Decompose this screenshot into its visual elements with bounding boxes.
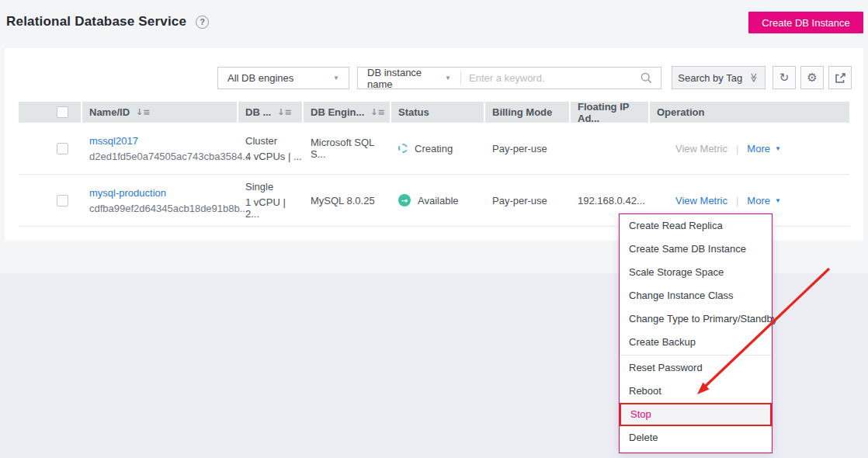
- db-class-cell: Single 1 vCPU | 2...: [238, 175, 304, 226]
- billing-mode-cell: Pay-per-use: [485, 123, 571, 174]
- column-header-operation: Operation: [650, 102, 849, 123]
- instance-id: cdfba99ef2d64345acb18de91b8b...: [89, 203, 248, 214]
- column-header-floating-ip: Floating IP Ad...: [571, 102, 650, 123]
- menu-item-stop[interactable]: Stop: [620, 403, 772, 426]
- available-status-icon: →: [398, 194, 411, 206]
- rds-console-page: Relational Database Service ? Create DB …: [0, 0, 868, 458]
- operation-separator: |: [736, 143, 738, 154]
- chevron-down-icon[interactable]: ▼: [775, 197, 781, 204]
- column-label: Billing Mode: [492, 106, 552, 118]
- menu-item-reset-password[interactable]: Reset Password: [620, 356, 772, 380]
- search-by-tag-button[interactable]: Search by Tag ≫: [672, 66, 766, 89]
- chevron-down-icon[interactable]: ▼: [775, 145, 781, 152]
- menu-item-reboot[interactable]: Reboot: [620, 380, 772, 403]
- db-engine-filter-value: All DB engines: [227, 72, 293, 84]
- column-label: Name/ID: [89, 106, 130, 118]
- instance-specs: 4 vCPUs | ...: [245, 151, 302, 162]
- status-cell: → Available: [391, 175, 485, 226]
- column-header-billing-mode: Billing Mode: [485, 102, 571, 123]
- floating-ip-text: 192.168.0.42...: [578, 195, 645, 206]
- db-class-cell: Cluster 4 vCPUs | ...: [238, 123, 304, 174]
- select-all-cell: [19, 102, 82, 123]
- name-id-cell: mysql-production cdfba99ef2d64345acb18de…: [82, 175, 238, 226]
- column-header-db-engine[interactable]: DB Engin... ↓≡: [304, 102, 391, 123]
- menu-item-create-read-replica[interactable]: Create Read Replica: [620, 214, 772, 238]
- sort-icon[interactable]: ↓≡: [370, 107, 384, 117]
- page-title: Relational Database Service: [6, 14, 186, 29]
- menu-item-delete[interactable]: Delete: [620, 426, 772, 449]
- refresh-button[interactable]: ↻: [773, 66, 796, 89]
- more-link[interactable]: More: [747, 143, 770, 154]
- view-metric-link[interactable]: View Metric: [675, 195, 727, 206]
- create-db-instance-button[interactable]: Create DB Instance: [748, 12, 863, 33]
- instance-id: d2ed1fd5e0a74505ac743cba3584...: [89, 151, 251, 162]
- search-field-value: DB instance name: [367, 67, 445, 90]
- column-header-name-id[interactable]: Name/ID ↓≡: [82, 102, 238, 123]
- keyword-input[interactable]: [461, 68, 640, 88]
- table-row: mssql2017 d2ed1fd5e0a74505ac743cba3584..…: [19, 123, 849, 175]
- status-text: Available: [418, 195, 459, 206]
- column-label: DB ...: [245, 106, 271, 118]
- help-icon[interactable]: ?: [196, 16, 209, 29]
- row-checkbox[interactable]: [57, 143, 68, 154]
- menu-divider: [620, 355, 772, 356]
- title-bar: Relational Database Service ?: [6, 14, 209, 29]
- column-header-db-class[interactable]: DB ... ↓≡: [238, 102, 304, 123]
- sort-icon[interactable]: ↓≡: [136, 107, 150, 117]
- status-text: Creating: [415, 143, 453, 154]
- billing-text: Pay-per-use: [492, 195, 547, 206]
- export-button[interactable]: [828, 66, 852, 89]
- more-actions-menu: Create Read Replica Create Same DB Insta…: [619, 213, 773, 453]
- table-header: Name/ID ↓≡ DB ... ↓≡ DB Engin... ↓≡ Stat…: [19, 102, 849, 123]
- column-label: Operation: [657, 106, 704, 118]
- chevron-down-icon: ▼: [445, 75, 451, 82]
- settings-button[interactable]: ⚙: [800, 66, 824, 89]
- menu-item-scale-storage-space[interactable]: Scale Storage Space: [620, 261, 772, 284]
- chevron-down-icon: ▼: [333, 75, 339, 82]
- column-label: Status: [398, 106, 429, 118]
- engine-version: MySQL 8.0.25: [311, 195, 375, 206]
- instance-name-link[interactable]: mysql-production: [89, 187, 248, 199]
- db-engine-filter-select[interactable]: All DB engines ▼: [217, 67, 349, 89]
- instance-type: Single: [245, 181, 302, 193]
- engine-version: Microsoft SQL S...: [311, 137, 390, 160]
- status-cell: Creating: [391, 123, 485, 174]
- db-engine-cell: MySQL 8.0.25: [304, 175, 391, 226]
- instance-type: Cluster: [245, 135, 302, 147]
- billing-text: Pay-per-use: [492, 143, 547, 154]
- more-link[interactable]: More: [747, 195, 770, 206]
- row-checkbox[interactable]: [57, 195, 68, 206]
- double-chevron-down-icon: ≫: [748, 73, 759, 83]
- operation-cell: View Metric | More ▼: [650, 123, 849, 174]
- menu-item-create-backup[interactable]: Create Backup: [620, 331, 772, 354]
- gear-icon: ⚙: [807, 71, 817, 85]
- export-icon: [835, 72, 846, 84]
- column-label: DB Engin...: [311, 106, 364, 118]
- view-metric-link: View Metric: [675, 143, 727, 154]
- menu-item-create-same-db-instance[interactable]: Create Same DB Instance: [620, 238, 772, 261]
- instance-specs: 1 vCPU | 2...: [245, 196, 302, 220]
- sort-icon[interactable]: ↓≡: [277, 107, 291, 117]
- name-id-cell: mssql2017 d2ed1fd5e0a74505ac743cba3584..…: [82, 123, 238, 174]
- refresh-icon: ↻: [779, 71, 790, 85]
- search-icon[interactable]: [640, 71, 653, 85]
- search-field-select[interactable]: DB instance name ▼: [358, 68, 460, 88]
- menu-item-change-instance-class[interactable]: Change Instance Class: [620, 284, 772, 307]
- instance-name-link[interactable]: mssql2017: [89, 135, 251, 147]
- creating-spinner-icon: [398, 144, 408, 153]
- column-label: Floating IP Ad...: [578, 101, 648, 124]
- billing-mode-cell: Pay-per-use: [485, 175, 571, 226]
- row-select-cell: [19, 123, 82, 174]
- search-by-tag-label: Search by Tag: [678, 72, 742, 84]
- floating-ip-cell: [571, 123, 650, 174]
- select-all-checkbox[interactable]: [57, 106, 68, 118]
- operation-separator: |: [736, 195, 738, 206]
- search-group: DB instance name ▼: [357, 67, 661, 89]
- menu-item-change-type-primary-standby[interactable]: Change Type to Primary/Standby: [620, 307, 772, 331]
- db-engine-cell: Microsoft SQL S...: [304, 123, 391, 174]
- column-header-status: Status: [391, 102, 485, 123]
- row-select-cell: [19, 175, 82, 226]
